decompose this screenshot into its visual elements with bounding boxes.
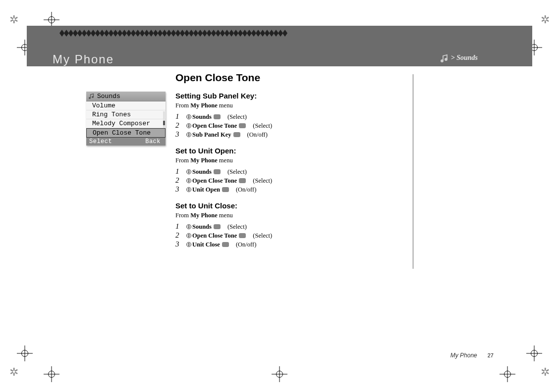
step-row: 2Open Close Tone(Select): [175, 121, 398, 130]
nav-arrow-icon: [186, 123, 191, 128]
sounds-icon: [439, 53, 449, 63]
step-action: (Select): [227, 113, 247, 121]
step-action: (On/off): [247, 131, 268, 139]
page-footer: My Phone 27: [450, 352, 494, 359]
softkey-button-icon: [214, 169, 221, 174]
step-item-name: Sounds: [192, 113, 212, 121]
nav-arrow-icon: [186, 242, 191, 247]
page-number: 27: [488, 352, 494, 358]
page-frame: My Phone > Sounds Sounds: [27, 15, 532, 361]
decorative-star-icon: ✲: [7, 13, 21, 27]
phone-softkeys: Select Back: [86, 138, 166, 146]
step-action: (Select): [253, 122, 272, 130]
step-item-name: Sounds: [192, 223, 212, 231]
step-row: 2Open Close Tone(Select): [175, 176, 398, 185]
step-number: 2: [175, 231, 185, 240]
nav-arrow-icon: [186, 178, 191, 183]
section-from-line: From My Phone menu: [175, 212, 398, 219]
step-list: 1Sounds(Select)2Open Close Tone(Select)3…: [175, 222, 398, 248]
softkey-right: Back: [125, 138, 166, 146]
step-number: 3: [175, 130, 185, 139]
phone-menu-item: Melody Composer: [86, 119, 166, 128]
step-item-name: Unit Close: [192, 241, 220, 248]
softkey-button-icon: [239, 178, 246, 183]
step-row: 3Unit Open(On/off): [175, 185, 398, 194]
section-heading: Setting Sub Panel Key:: [175, 92, 398, 100]
step-action: (Select): [253, 177, 272, 185]
step-number: 2: [175, 121, 185, 130]
step-row: 3Sub Panel Key(On/off): [175, 130, 398, 139]
softkey-button-icon: [222, 242, 229, 247]
softkey-button-icon: [222, 187, 229, 192]
registration-mark-icon: [44, 366, 59, 382]
nav-arrow-icon: [186, 132, 191, 137]
step-row: 1Sounds(Select): [175, 167, 398, 176]
softkey-button-icon: [239, 233, 246, 238]
step-row: 1Sounds(Select): [175, 112, 398, 121]
decorative-star-icon: ✲: [538, 365, 552, 379]
phone-menu-title: Sounds: [86, 92, 166, 101]
header-title: My Phone: [53, 52, 114, 66]
registration-mark-icon: [272, 366, 287, 382]
step-action: (On/off): [236, 241, 256, 248]
nav-arrow-icon: [186, 187, 191, 192]
step-row: 2Open Close Tone(Select): [175, 231, 398, 240]
footer-section-title: My Phone: [450, 352, 477, 359]
phone-menu-item: Ring Tones: [86, 110, 166, 119]
decorative-star-icon: ✲: [538, 13, 552, 27]
header-band: My Phone > Sounds: [27, 26, 532, 66]
registration-mark-icon: [500, 366, 515, 382]
step-action: (On/off): [236, 186, 256, 194]
nav-arrow-icon: [186, 114, 191, 119]
phone-menu-list: Volume Ring Tones Melody Composer Open C…: [86, 101, 166, 138]
softkey-button-icon: [239, 123, 246, 128]
nav-arrow-icon: [186, 224, 191, 229]
breadcrumb-text: > Sounds: [451, 54, 478, 61]
step-action: (Select): [253, 232, 272, 240]
decorative-diamond-row: [59, 30, 292, 37]
section-from-line: From My Phone menu: [175, 157, 398, 164]
step-list: 1Sounds(Select)2Open Close Tone(Select)3…: [175, 112, 398, 139]
section-heading: Set to Unit Close:: [175, 201, 398, 210]
step-item-name: Sub Panel Key: [192, 131, 231, 139]
step-item-name: Open Close Tone: [192, 232, 237, 240]
nav-arrow-icon: [186, 233, 191, 238]
phone-menu-title-text: Sounds: [97, 93, 120, 100]
step-row: 1Sounds(Select): [175, 222, 398, 231]
softkey-button-icon: [233, 132, 240, 137]
softkey-left: Select: [86, 138, 125, 146]
breadcrumb: > Sounds: [439, 53, 478, 63]
step-number: 3: [175, 240, 185, 248]
softkey-button-icon: [214, 114, 221, 119]
step-item-name: Open Close Tone: [192, 122, 237, 130]
content-column: Open Close Tone Setting Sub Panel Key:Fr…: [175, 72, 398, 249]
step-action: (Select): [227, 223, 247, 231]
step-number: 3: [175, 185, 185, 194]
step-item-name: Unit Open: [192, 186, 220, 194]
section-from-line: From My Phone menu: [175, 102, 398, 109]
step-number: 1: [175, 167, 185, 176]
step-item-name: Open Close Tone: [192, 177, 237, 185]
softkey-button-icon: [214, 224, 221, 229]
step-action: (Select): [227, 168, 247, 176]
page-title: Open Close Tone: [175, 72, 398, 84]
nav-arrow-icon: [186, 169, 191, 174]
phone-menu-screenshot: Sounds Volume Ring Tones Melody Composer…: [86, 92, 166, 146]
step-number: 2: [175, 176, 185, 185]
section-heading: Set to Unit Open:: [175, 147, 398, 155]
step-number: 1: [175, 222, 185, 231]
step-number: 1: [175, 112, 185, 121]
phone-menu-item: Volume: [86, 101, 166, 110]
sounds-icon: [88, 93, 95, 99]
phone-menu-item-selected: Open Close Tone: [86, 128, 166, 138]
step-item-name: Sounds: [192, 168, 212, 176]
decorative-star-icon: ✲: [7, 365, 21, 379]
step-list: 1Sounds(Select)2Open Close Tone(Select)3…: [175, 167, 398, 194]
step-row: 3Unit Close(On/off): [175, 240, 398, 248]
